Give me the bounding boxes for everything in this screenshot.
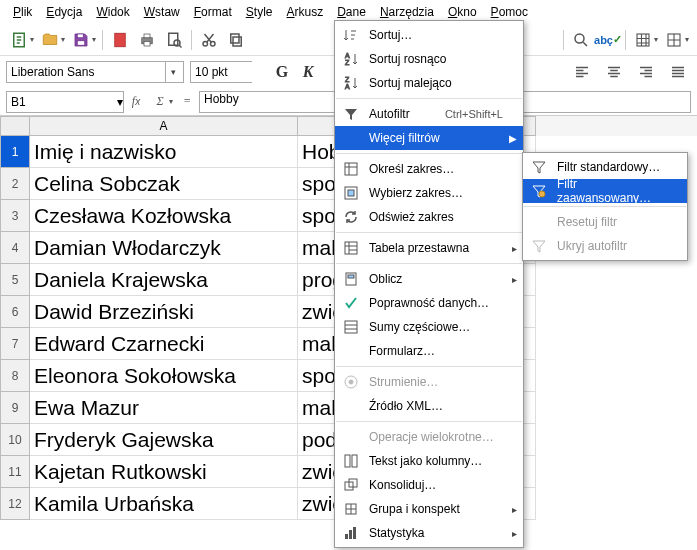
menu-plik[interactable]: Plik xyxy=(6,2,39,22)
row-header[interactable]: 2 xyxy=(0,168,30,200)
pivot-icon xyxy=(339,238,363,258)
font-size-combo[interactable]: ▾ xyxy=(190,61,252,83)
menu-narzędzia[interactable]: Narzędzia xyxy=(373,2,441,22)
find-icon[interactable] xyxy=(568,27,594,53)
svg-text:A: A xyxy=(345,83,350,90)
row-header[interactable]: 6 xyxy=(0,296,30,328)
row-header[interactable]: 9 xyxy=(0,392,30,424)
save-icon[interactable] xyxy=(68,27,94,53)
font-name-combo[interactable]: ▾ xyxy=(6,61,184,83)
cell[interactable]: Celina Sobczak xyxy=(30,168,298,200)
mi-adv-filter[interactable]: Filtr zaawansowany… xyxy=(523,179,687,203)
mi-streams: Strumienie… xyxy=(335,370,523,394)
row-header[interactable]: 3 xyxy=(0,200,30,232)
cell[interactable]: Ewa Mazur xyxy=(30,392,298,424)
align-left-icon[interactable] xyxy=(569,59,595,85)
mi-xml[interactable]: Źródło XML… xyxy=(335,394,523,418)
row-header[interactable]: 8 xyxy=(0,360,30,392)
mi-autofilter[interactable]: AutofiltrCtrl+Shift+L xyxy=(335,102,523,126)
mi-more-filters[interactable]: Więcej filtrów▶ xyxy=(335,126,523,150)
mi-validity[interactable]: Poprawność danych… xyxy=(335,291,523,315)
cell[interactable]: Edward Czarnecki xyxy=(30,328,298,360)
select-all-corner[interactable] xyxy=(0,116,30,136)
mi-select-range[interactable]: Wybierz zakres… xyxy=(335,181,523,205)
menu-arkusz[interactable]: Arkusz xyxy=(279,2,330,22)
row-header[interactable]: 11 xyxy=(0,456,30,488)
svg-rect-20 xyxy=(345,163,357,175)
svg-rect-36 xyxy=(353,527,356,539)
cell[interactable]: Czesława Kozłowska xyxy=(30,200,298,232)
cell-ref-input[interactable] xyxy=(7,95,117,109)
align-center-icon[interactable] xyxy=(601,59,627,85)
grid-icon[interactable] xyxy=(630,27,656,53)
menu-wstaw[interactable]: Wstaw xyxy=(137,2,187,22)
cell[interactable]: Kamila Urbańska xyxy=(30,488,298,520)
menu-style[interactable]: Style xyxy=(239,2,280,22)
mi-text2col[interactable]: Tekst jako kolumny… xyxy=(335,449,523,473)
cell[interactable]: Dawid Brzeziński xyxy=(30,296,298,328)
italic-button[interactable]: K xyxy=(298,63,318,81)
cell-ref-box[interactable]: ▾ xyxy=(6,91,124,113)
svg-rect-22 xyxy=(348,190,354,196)
row-header[interactable]: 4 xyxy=(0,232,30,264)
refresh-icon xyxy=(339,207,363,227)
font-size-input[interactable] xyxy=(191,62,349,82)
row-header[interactable]: 10 xyxy=(0,424,30,456)
mi-sort-asc[interactable]: AZSortuj rosnąco xyxy=(335,47,523,71)
mi-refresh-range[interactable]: Odśwież zakres xyxy=(335,205,523,229)
mi-group[interactable]: Grupa i konspekt▸ xyxy=(335,497,523,521)
blank-icon xyxy=(339,341,363,361)
cell[interactable]: Eleonora Sokołowska xyxy=(30,360,298,392)
mi-calc[interactable]: Oblicz▸ xyxy=(335,267,523,291)
menu-format[interactable]: Format xyxy=(187,2,239,22)
sort-asc-icon: AZ xyxy=(339,49,363,69)
mi-sort-desc[interactable]: ZASortuj malejąco xyxy=(335,71,523,95)
menu-okno[interactable]: Okno xyxy=(441,2,484,22)
svg-rect-23 xyxy=(345,242,357,254)
mi-form[interactable]: Formularz… xyxy=(335,339,523,363)
align-right-icon[interactable] xyxy=(633,59,659,85)
row-header[interactable]: 12 xyxy=(0,488,30,520)
mi-stat[interactable]: Statystyka▸ xyxy=(335,521,523,545)
cell[interactable]: Daniela Krajewska xyxy=(30,264,298,296)
pdf-icon[interactable] xyxy=(107,27,133,53)
fx-icon[interactable]: fx xyxy=(124,91,148,113)
bold-button[interactable]: G xyxy=(272,63,292,81)
cell[interactable]: Kajetan Rutkowski xyxy=(30,456,298,488)
open-icon[interactable] xyxy=(37,27,63,53)
menu-edycja[interactable]: Edycja xyxy=(39,2,89,22)
equals-icon[interactable]: = xyxy=(175,91,199,113)
mi-sort[interactable]: Sortuj… xyxy=(335,23,523,47)
cell[interactable]: Fryderyk Gajewska xyxy=(30,424,298,456)
cell[interactable]: Damian Włodarczyk xyxy=(30,232,298,264)
row-header[interactable]: 5 xyxy=(0,264,30,296)
svg-rect-30 xyxy=(352,455,357,467)
preview-icon[interactable] xyxy=(161,27,187,53)
svg-point-37 xyxy=(539,191,545,197)
cut-icon[interactable] xyxy=(196,27,222,53)
font-name-input[interactable] xyxy=(7,62,165,82)
new-icon[interactable] xyxy=(6,27,32,53)
mi-define-range[interactable]: Określ zakres… xyxy=(335,157,523,181)
mi-subtotals[interactable]: Sumy częściowe… xyxy=(335,315,523,339)
mi-std-filter[interactable]: Filtr standardowy… xyxy=(523,155,687,179)
menu-pomoc[interactable]: Pomoc xyxy=(484,2,535,22)
print-icon[interactable] xyxy=(134,27,160,53)
svg-rect-2 xyxy=(77,40,85,45)
grid2-icon[interactable] xyxy=(661,27,687,53)
mi-consolidate[interactable]: Konsoliduj… xyxy=(335,473,523,497)
group-icon xyxy=(339,499,363,519)
filter-std-icon xyxy=(527,157,551,177)
cell[interactable]: Imię i nazwisko xyxy=(30,136,298,168)
col-header-A[interactable]: A xyxy=(30,116,298,136)
svg-rect-5 xyxy=(144,34,150,38)
align-justify-icon[interactable] xyxy=(665,59,691,85)
row-header[interactable]: 7 xyxy=(0,328,30,360)
mi-pivot[interactable]: Tabela przestawna▸ xyxy=(335,236,523,260)
spellcheck-icon[interactable]: abç✓ xyxy=(595,27,621,53)
menu-widok[interactable]: Widok xyxy=(89,2,136,22)
row-header[interactable]: 1 xyxy=(0,136,30,168)
copy-icon[interactable] xyxy=(223,27,249,53)
filter-icon xyxy=(339,104,363,124)
menu-dane[interactable]: Dane xyxy=(330,2,373,22)
